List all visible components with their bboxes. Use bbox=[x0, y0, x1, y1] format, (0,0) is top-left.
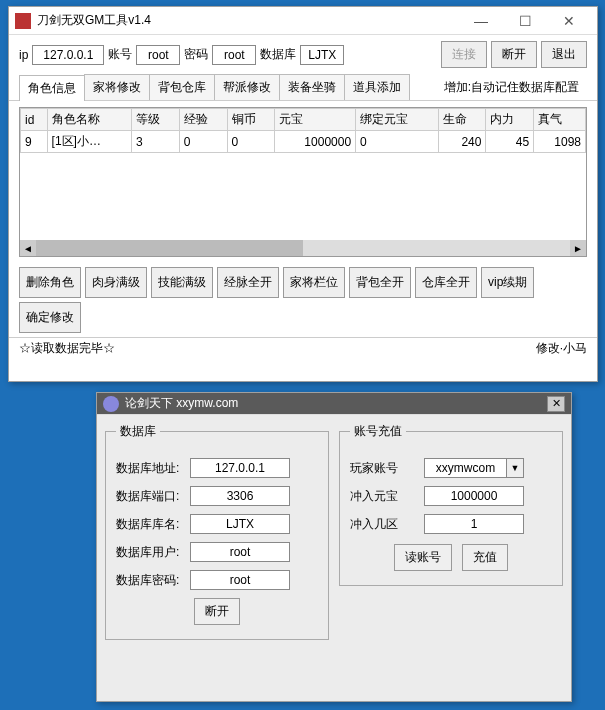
chevron-down-icon[interactable]: ▼ bbox=[506, 458, 524, 478]
vip-renew-button[interactable]: vip续期 bbox=[481, 267, 534, 298]
zone-input[interactable] bbox=[424, 514, 524, 534]
db-port-label: 数据库端口: bbox=[116, 488, 184, 505]
window-title: 刀剑无双GM工具v1.4 bbox=[37, 12, 459, 29]
player-input[interactable] bbox=[424, 458, 506, 478]
db-disconnect-button[interactable]: 断开 bbox=[194, 598, 240, 625]
db-pwd-label: 数据库密码: bbox=[116, 572, 184, 589]
general-slot-button[interactable]: 家将栏位 bbox=[283, 267, 345, 298]
table-row[interactable]: 9 [1区]小… 3 0 0 1000000 0 240 45 1098 bbox=[21, 131, 586, 153]
cell[interactable]: 1098 bbox=[534, 131, 586, 153]
col-qi[interactable]: 真气 bbox=[534, 109, 586, 131]
tab-item-add[interactable]: 道具添加 bbox=[344, 74, 410, 100]
tab-bar: 角色信息 家将修改 背包仓库 帮派修改 装备坐骑 道具添加 增加:自动记住数据库… bbox=[9, 74, 597, 101]
minimize-button[interactable]: — bbox=[459, 8, 503, 34]
app-icon bbox=[15, 13, 31, 29]
titlebar: 刀剑无双GM工具v1.4 — ☐ ✕ bbox=[9, 7, 597, 35]
tab-general-edit[interactable]: 家将修改 bbox=[84, 74, 150, 100]
connect-button[interactable]: 连接 bbox=[441, 41, 487, 68]
tab-guild-edit[interactable]: 帮派修改 bbox=[214, 74, 280, 100]
col-gold[interactable]: 元宝 bbox=[275, 109, 356, 131]
main-window: 刀剑无双GM工具v1.4 — ☐ ✕ ip 账号 密码 数据库 连接 断开 退出… bbox=[8, 6, 598, 382]
database-legend: 数据库 bbox=[116, 423, 160, 440]
col-name[interactable]: 角色名称 bbox=[47, 109, 131, 131]
db-user-label: 数据库用户: bbox=[116, 544, 184, 561]
col-mp[interactable]: 内力 bbox=[486, 109, 534, 131]
action-row: 删除角色 肉身满级 技能满级 经脉全开 家将栏位 背包全开 仓库全开 vip续期… bbox=[9, 263, 597, 337]
recharge-group: 账号充值 玩家账号 ▼ 冲入元宝 冲入几区 读账号 充值 bbox=[339, 423, 563, 586]
recharge-legend: 账号充值 bbox=[350, 423, 406, 440]
player-label: 玩家账号 bbox=[350, 460, 418, 477]
gold-input[interactable] bbox=[424, 486, 524, 506]
cell[interactable]: 3 bbox=[132, 131, 180, 153]
disconnect-button[interactable]: 断开 bbox=[491, 41, 537, 68]
db-recharge-window: 论剑天下 xxymw.com ✕ 数据库 数据库地址: 数据库端口: 数据库库名… bbox=[96, 392, 572, 702]
col-id[interactable]: id bbox=[21, 109, 48, 131]
status-bar: ☆读取数据完毕☆ 修改·小马 bbox=[9, 337, 597, 361]
data-grid[interactable]: id 角色名称 等级 经验 铜币 元宝 绑定元宝 生命 内力 真气 9 [1区]… bbox=[19, 107, 587, 257]
db-user-input[interactable] bbox=[190, 542, 290, 562]
password-input[interactable] bbox=[212, 45, 256, 65]
tab-role-info[interactable]: 角色信息 bbox=[19, 75, 85, 101]
horizontal-scrollbar[interactable]: ◄ ► bbox=[20, 240, 586, 256]
storage-open-button[interactable]: 仓库全开 bbox=[415, 267, 477, 298]
tabs-extra-text: 增加:自动记住数据库配置 bbox=[436, 75, 587, 100]
status-right: 修改·小马 bbox=[536, 340, 587, 357]
body-max-button[interactable]: 肉身满级 bbox=[85, 267, 147, 298]
ip-input[interactable] bbox=[32, 45, 104, 65]
skill-max-button[interactable]: 技能满级 bbox=[151, 267, 213, 298]
cell[interactable]: 9 bbox=[21, 131, 48, 153]
status-left: ☆读取数据完毕☆ bbox=[19, 340, 115, 357]
account-label: 账号 bbox=[108, 46, 132, 63]
cell[interactable]: 0 bbox=[227, 131, 275, 153]
read-account-button[interactable]: 读账号 bbox=[394, 544, 452, 571]
col-bgold[interactable]: 绑定元宝 bbox=[356, 109, 439, 131]
close-button[interactable]: ✕ bbox=[547, 396, 565, 412]
database-label: 数据库 bbox=[260, 46, 296, 63]
col-hp[interactable]: 生命 bbox=[438, 109, 486, 131]
charge-button[interactable]: 充值 bbox=[462, 544, 508, 571]
close-button[interactable]: ✕ bbox=[547, 8, 591, 34]
cell[interactable]: 1000000 bbox=[275, 131, 356, 153]
app-icon bbox=[103, 396, 119, 412]
connection-row: ip 账号 密码 数据库 连接 断开 退出 bbox=[9, 35, 597, 74]
window-title: 论剑天下 xxymw.com bbox=[125, 395, 547, 412]
cell[interactable]: 240 bbox=[438, 131, 486, 153]
tab-bag-storage[interactable]: 背包仓库 bbox=[149, 74, 215, 100]
col-level[interactable]: 等级 bbox=[132, 109, 180, 131]
db-addr-input[interactable] bbox=[190, 458, 290, 478]
password-label: 密码 bbox=[184, 46, 208, 63]
exit-button[interactable]: 退出 bbox=[541, 41, 587, 68]
db-addr-label: 数据库地址: bbox=[116, 460, 184, 477]
database-group: 数据库 数据库地址: 数据库端口: 数据库库名: 数据库用户: 数据库密码: 断… bbox=[105, 423, 329, 640]
delete-role-button[interactable]: 删除角色 bbox=[19, 267, 81, 298]
player-combo[interactable]: ▼ bbox=[424, 458, 524, 478]
scroll-thumb[interactable] bbox=[36, 240, 303, 256]
db-name-label: 数据库库名: bbox=[116, 516, 184, 533]
cell[interactable]: 45 bbox=[486, 131, 534, 153]
db-name-input[interactable] bbox=[190, 514, 290, 534]
grid-header-row: id 角色名称 等级 经验 铜币 元宝 绑定元宝 生命 内力 真气 bbox=[21, 109, 586, 131]
cell[interactable]: 0 bbox=[179, 131, 227, 153]
ip-label: ip bbox=[19, 48, 28, 62]
account-input[interactable] bbox=[136, 45, 180, 65]
scroll-right-icon[interactable]: ► bbox=[570, 240, 586, 256]
col-exp[interactable]: 经验 bbox=[179, 109, 227, 131]
col-copper[interactable]: 铜币 bbox=[227, 109, 275, 131]
gold-label: 冲入元宝 bbox=[350, 488, 418, 505]
titlebar: 论剑天下 xxymw.com ✕ bbox=[97, 393, 571, 415]
cell[interactable]: 0 bbox=[356, 131, 439, 153]
scroll-left-icon[interactable]: ◄ bbox=[20, 240, 36, 256]
db-pwd-input[interactable] bbox=[190, 570, 290, 590]
database-input[interactable] bbox=[300, 45, 344, 65]
meridian-open-button[interactable]: 经脉全开 bbox=[217, 267, 279, 298]
cell[interactable]: [1区]小… bbox=[47, 131, 131, 153]
confirm-edit-button[interactable]: 确定修改 bbox=[19, 302, 81, 333]
tab-equip-mount[interactable]: 装备坐骑 bbox=[279, 74, 345, 100]
maximize-button[interactable]: ☐ bbox=[503, 8, 547, 34]
db-port-input[interactable] bbox=[190, 486, 290, 506]
zone-label: 冲入几区 bbox=[350, 516, 418, 533]
bag-open-button[interactable]: 背包全开 bbox=[349, 267, 411, 298]
